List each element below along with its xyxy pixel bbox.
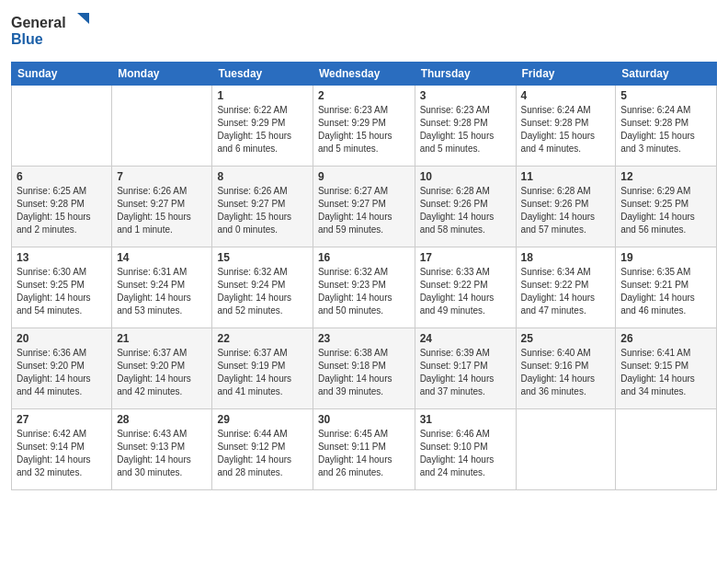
- day-cell: 18Sunrise: 6:34 AM Sunset: 9:22 PM Dayli…: [516, 247, 616, 328]
- day-cell: 28Sunrise: 6:43 AM Sunset: 9:13 PM Dayli…: [112, 409, 212, 490]
- svg-text:Blue: Blue: [11, 31, 43, 47]
- day-cell: 24Sunrise: 6:39 AM Sunset: 9:17 PM Dayli…: [415, 328, 516, 409]
- day-cell: 26Sunrise: 6:41 AM Sunset: 9:15 PM Dayli…: [616, 328, 717, 409]
- week-row-5: 27Sunrise: 6:42 AM Sunset: 9:14 PM Dayli…: [12, 409, 717, 490]
- day-info: Sunrise: 6:39 AM Sunset: 9:17 PM Dayligh…: [420, 347, 511, 398]
- day-info: Sunrise: 6:28 AM Sunset: 9:26 PM Dayligh…: [420, 185, 511, 236]
- day-cell: 15Sunrise: 6:32 AM Sunset: 9:24 PM Dayli…: [212, 247, 313, 328]
- calendar-container: General Blue SundayMondayTuesdayWednesda…: [0, 0, 728, 563]
- day-number: 20: [17, 332, 107, 345]
- day-number: 14: [117, 251, 207, 264]
- weekday-header-row: SundayMondayTuesdayWednesdayThursdayFrid…: [12, 63, 717, 86]
- day-number: 13: [17, 251, 107, 264]
- day-cell: [616, 409, 717, 490]
- calendar-table: SundayMondayTuesdayWednesdayThursdayFrid…: [11, 62, 717, 490]
- day-number: 11: [521, 170, 611, 183]
- day-info: Sunrise: 6:46 AM Sunset: 9:10 PM Dayligh…: [420, 428, 511, 479]
- day-cell: 11Sunrise: 6:28 AM Sunset: 9:26 PM Dayli…: [516, 167, 616, 247]
- header: General Blue: [11, 9, 717, 54]
- day-cell: 9Sunrise: 6:27 AM Sunset: 9:27 PM Daylig…: [313, 167, 415, 247]
- day-info: Sunrise: 6:40 AM Sunset: 9:16 PM Dayligh…: [521, 347, 611, 398]
- day-number: 9: [318, 170, 410, 183]
- day-cell: 3Sunrise: 6:23 AM Sunset: 9:28 PM Daylig…: [415, 86, 516, 167]
- day-info: Sunrise: 6:27 AM Sunset: 9:27 PM Dayligh…: [318, 185, 410, 236]
- day-info: Sunrise: 6:35 AM Sunset: 9:21 PM Dayligh…: [620, 266, 711, 317]
- day-cell: 4Sunrise: 6:24 AM Sunset: 9:28 PM Daylig…: [516, 86, 616, 167]
- day-number: 24: [420, 332, 511, 345]
- day-info: Sunrise: 6:37 AM Sunset: 9:20 PM Dayligh…: [117, 347, 207, 398]
- day-number: 17: [420, 251, 511, 264]
- day-info: Sunrise: 6:43 AM Sunset: 9:13 PM Dayligh…: [117, 428, 207, 479]
- weekday-header-friday: Friday: [516, 63, 616, 86]
- day-info: Sunrise: 6:37 AM Sunset: 9:19 PM Dayligh…: [217, 347, 307, 398]
- day-info: Sunrise: 6:30 AM Sunset: 9:25 PM Dayligh…: [17, 266, 107, 317]
- day-number: 26: [620, 332, 711, 345]
- day-cell: 5Sunrise: 6:24 AM Sunset: 9:28 PM Daylig…: [616, 86, 717, 167]
- day-cell: 10Sunrise: 6:28 AM Sunset: 9:26 PM Dayli…: [415, 167, 516, 247]
- day-info: Sunrise: 6:45 AM Sunset: 9:11 PM Dayligh…: [318, 428, 410, 479]
- day-cell: 8Sunrise: 6:26 AM Sunset: 9:27 PM Daylig…: [212, 167, 313, 247]
- day-number: 31: [420, 413, 511, 426]
- day-cell: 16Sunrise: 6:32 AM Sunset: 9:23 PM Dayli…: [313, 247, 415, 328]
- day-cell: 21Sunrise: 6:37 AM Sunset: 9:20 PM Dayli…: [112, 328, 212, 409]
- day-cell: 2Sunrise: 6:23 AM Sunset: 9:29 PM Daylig…: [313, 86, 415, 167]
- day-info: Sunrise: 6:34 AM Sunset: 9:22 PM Dayligh…: [521, 266, 611, 317]
- day-info: Sunrise: 6:25 AM Sunset: 9:28 PM Dayligh…: [17, 185, 107, 236]
- day-info: Sunrise: 6:26 AM Sunset: 9:27 PM Dayligh…: [217, 185, 307, 236]
- day-cell: 27Sunrise: 6:42 AM Sunset: 9:14 PM Dayli…: [12, 409, 112, 490]
- day-cell: 19Sunrise: 6:35 AM Sunset: 9:21 PM Dayli…: [616, 247, 717, 328]
- weekday-header-monday: Monday: [112, 63, 212, 86]
- day-cell: 29Sunrise: 6:44 AM Sunset: 9:12 PM Dayli…: [212, 409, 313, 490]
- week-row-4: 20Sunrise: 6:36 AM Sunset: 9:20 PM Dayli…: [12, 328, 717, 409]
- day-number: 30: [318, 413, 410, 426]
- day-number: 27: [17, 413, 107, 426]
- day-number: 3: [420, 89, 511, 102]
- day-cell: 23Sunrise: 6:38 AM Sunset: 9:18 PM Dayli…: [313, 328, 415, 409]
- day-info: Sunrise: 6:33 AM Sunset: 9:22 PM Dayligh…: [420, 266, 511, 317]
- day-info: Sunrise: 6:23 AM Sunset: 9:28 PM Dayligh…: [420, 104, 511, 155]
- day-number: 5: [620, 89, 711, 102]
- day-info: Sunrise: 6:42 AM Sunset: 9:14 PM Dayligh…: [17, 428, 107, 479]
- day-cell: 31Sunrise: 6:46 AM Sunset: 9:10 PM Dayli…: [415, 409, 516, 490]
- day-info: Sunrise: 6:29 AM Sunset: 9:25 PM Dayligh…: [620, 185, 711, 236]
- day-cell: 1Sunrise: 6:22 AM Sunset: 9:29 PM Daylig…: [212, 86, 313, 167]
- day-number: 1: [217, 89, 307, 102]
- weekday-header-sunday: Sunday: [12, 63, 112, 86]
- day-info: Sunrise: 6:22 AM Sunset: 9:29 PM Dayligh…: [217, 104, 307, 155]
- weekday-header-saturday: Saturday: [616, 63, 717, 86]
- day-info: Sunrise: 6:32 AM Sunset: 9:24 PM Dayligh…: [217, 266, 307, 317]
- day-number: 19: [620, 251, 711, 264]
- day-number: 29: [217, 413, 307, 426]
- day-cell: [112, 86, 212, 167]
- day-number: 18: [521, 251, 611, 264]
- day-number: 15: [217, 251, 307, 264]
- week-row-1: 1Sunrise: 6:22 AM Sunset: 9:29 PM Daylig…: [12, 86, 717, 167]
- day-number: 6: [17, 170, 107, 183]
- day-cell: 30Sunrise: 6:45 AM Sunset: 9:11 PM Dayli…: [313, 409, 415, 490]
- day-number: 4: [521, 89, 611, 102]
- day-number: 25: [521, 332, 611, 345]
- weekday-header-thursday: Thursday: [415, 63, 516, 86]
- logo-text: General Blue: [11, 9, 94, 54]
- day-info: Sunrise: 6:32 AM Sunset: 9:23 PM Dayligh…: [318, 266, 410, 317]
- day-info: Sunrise: 6:23 AM Sunset: 9:29 PM Dayligh…: [318, 104, 410, 155]
- day-info: Sunrise: 6:24 AM Sunset: 9:28 PM Dayligh…: [521, 104, 611, 155]
- day-cell: 17Sunrise: 6:33 AM Sunset: 9:22 PM Dayli…: [415, 247, 516, 328]
- day-info: Sunrise: 6:38 AM Sunset: 9:18 PM Dayligh…: [318, 347, 410, 398]
- svg-marker-1: [77, 13, 89, 24]
- day-number: 8: [217, 170, 307, 183]
- day-number: 28: [117, 413, 207, 426]
- week-row-2: 6Sunrise: 6:25 AM Sunset: 9:28 PM Daylig…: [12, 167, 717, 247]
- day-info: Sunrise: 6:26 AM Sunset: 9:27 PM Dayligh…: [117, 185, 207, 236]
- day-cell: 14Sunrise: 6:31 AM Sunset: 9:24 PM Dayli…: [112, 247, 212, 328]
- day-cell: 12Sunrise: 6:29 AM Sunset: 9:25 PM Dayli…: [616, 167, 717, 247]
- day-cell: 7Sunrise: 6:26 AM Sunset: 9:27 PM Daylig…: [112, 167, 212, 247]
- day-number: 16: [318, 251, 410, 264]
- day-info: Sunrise: 6:44 AM Sunset: 9:12 PM Dayligh…: [217, 428, 307, 479]
- day-cell: [12, 86, 112, 167]
- day-cell: [516, 409, 616, 490]
- day-info: Sunrise: 6:24 AM Sunset: 9:28 PM Dayligh…: [620, 104, 711, 155]
- day-cell: 6Sunrise: 6:25 AM Sunset: 9:28 PM Daylig…: [12, 167, 112, 247]
- svg-text:General: General: [11, 15, 66, 30]
- week-row-3: 13Sunrise: 6:30 AM Sunset: 9:25 PM Dayli…: [12, 247, 717, 328]
